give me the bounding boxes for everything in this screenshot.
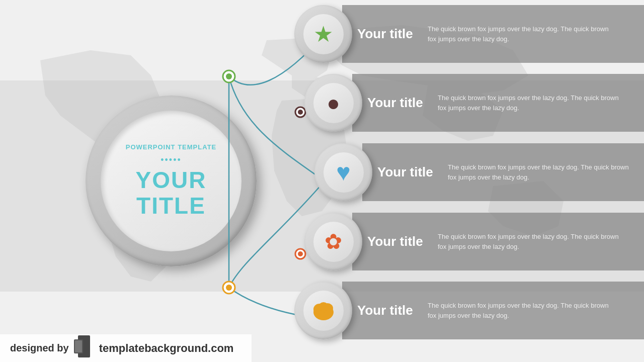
circle-icon: ● <box>327 90 340 116</box>
circle-subtitle: POWERPOINT TEMPLATE <box>126 143 217 151</box>
center-circle-outer: POWERPOINT TEMPLATE ••••• YOUR TITLE <box>86 96 257 266</box>
sun-icon: ✿ <box>325 229 342 254</box>
panel-desc-1: The quick brown fox jumps over the lazy … <box>428 24 609 44</box>
panel-icon-circle-2: ● <box>304 74 362 132</box>
panel-title-2: Your title <box>367 95 428 111</box>
panel-desc-5: The quick brown fox jumps over the lazy … <box>428 301 609 320</box>
footer-designed-by: designed by <box>10 342 69 354</box>
panel-icon-inner-5 <box>303 291 344 331</box>
center-circle-inner: POWERPOINT TEMPLATE ••••• YOUR TITLE <box>101 111 242 251</box>
footer-url: templatebackground.com <box>99 342 234 355</box>
panel-icon-inner-3: ♥ <box>324 152 364 193</box>
star-icon: ★ <box>313 21 333 47</box>
panel-text-box-5: Your title The quick brown fox jumps ove… <box>342 282 644 339</box>
panel-title-1: Your title <box>357 26 418 42</box>
panel-item-4: ✿ Your title The quick brown fox jumps o… <box>304 213 644 270</box>
office-icon <box>74 335 94 361</box>
circle-dots: ••••• <box>160 155 182 165</box>
panel-icon-circle-3: ♥ <box>314 143 372 201</box>
svg-rect-16 <box>75 340 82 352</box>
panel-desc-3: The quick brown fox jumps over the lazy … <box>448 162 629 182</box>
panel-item-2: ● Your title The quick brown fox jumps o… <box>304 74 644 132</box>
panel-title-4: Your title <box>367 234 428 249</box>
panel-icon-circle-5 <box>294 282 352 339</box>
panel-icon-inner-4: ✿ <box>313 222 354 262</box>
panel-text-box-2: Your title The quick brown fox jumps ove… <box>352 74 644 132</box>
panel-icon-inner-2: ● <box>313 83 354 123</box>
panel-desc-2: The quick brown fox jumps over the lazy … <box>438 93 619 113</box>
svg-point-13 <box>318 302 329 311</box>
panel-item-3: ♥ Your title The quick brown fox jumps o… <box>314 143 644 201</box>
heart-icon: ♥ <box>336 158 351 186</box>
footer: designed by templatebackground.com <box>0 334 252 362</box>
panel-icon-circle-4: ✿ <box>304 213 362 270</box>
panel-icon-inner-1: ★ <box>303 14 344 54</box>
panel-text-box-3: Your title The quick brown fox jumps ove… <box>362 143 644 201</box>
panel-desc-4: The quick brown fox jumps over the lazy … <box>438 232 619 251</box>
panel-icon-circle-1: ★ <box>294 5 352 63</box>
circle-title: YOUR TITLE <box>136 167 207 218</box>
right-panels: ★ Your title The quick brown fox jumps o… <box>307 0 644 362</box>
panel-item-1: ★ Your title The quick brown fox jumps o… <box>294 5 644 63</box>
panel-text-box-4: Your title The quick brown fox jumps ove… <box>352 213 644 270</box>
panel-text-box-1: Your title The quick brown fox jumps ove… <box>342 5 644 63</box>
panel-item-5: Your title The quick brown fox jumps ove… <box>294 282 644 339</box>
panel-title-5: Your title <box>357 303 418 318</box>
panel-title-3: Your title <box>377 164 438 180</box>
blob-icon <box>309 298 337 323</box>
